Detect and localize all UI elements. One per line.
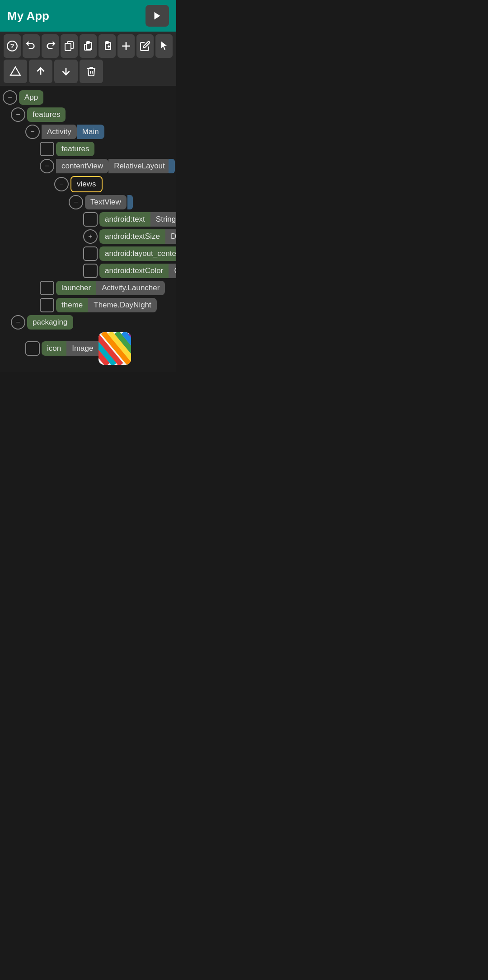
androidlayout-checkbox[interactable] [83,246,98,261]
app-label[interactable]: App [19,90,43,105]
theme-checkbox[interactable] [40,298,54,312]
main-label: Main [77,125,104,139]
app-row: App [3,90,174,105]
icon-checkbox[interactable] [25,341,40,356]
contentview-pair[interactable]: contentView RelativeLayout [56,159,175,173]
theme-row: theme Theme.DayNight [40,298,174,312]
tree-view: App features Activity Main features cont… [0,86,176,372]
features-row: features [11,107,174,122]
launcher-label: launcher [56,281,96,295]
toolbar-row-2 [4,60,173,83]
androidtextsize-pair[interactable]: android:textSize Dimensio [99,229,176,244]
androidtextcolor-row: android:textColor Color [83,264,174,278]
move-up-button[interactable] [29,60,52,83]
theme-pair[interactable]: theme Theme.DayNight [56,298,157,312]
androidtextcolor-pair[interactable]: android:textColor Color [99,264,176,278]
features-label[interactable]: features [27,107,66,122]
contentview-label: contentView [56,159,108,173]
launcher-row: launcher Activity.Launcher [40,281,174,295]
features-child-label[interactable]: features [56,142,94,156]
textview-label[interactable]: TextView [85,195,127,209]
paste-button[interactable] [80,34,97,58]
views-label[interactable]: views [70,176,103,192]
relativelayout-dot [169,159,175,173]
toolbar: ? [0,32,176,86]
views-row: views [54,176,174,192]
theme-label: theme [56,298,88,312]
play-button[interactable] [145,5,169,27]
icon-pair[interactable]: icon Image [42,332,131,365]
svg-marker-0 [155,12,160,20]
activity-label: Activity [42,125,77,139]
add-button[interactable] [117,34,135,58]
app-toggle[interactable] [3,90,17,105]
dimension-label: Dimensio [165,229,176,244]
svg-rect-4 [65,43,71,51]
shape-button[interactable] [4,60,27,83]
app-title: My App [7,9,49,23]
activity-main-row: Activity Main [25,125,174,139]
svg-text:?: ? [10,42,14,50]
move-down-button[interactable] [54,60,78,83]
paste-add-button[interactable] [99,34,116,58]
app-header: My App [0,0,176,32]
icon-label: icon [42,341,66,356]
androidlayout-label[interactable]: android:layout_centerInPare [99,246,176,261]
features-child-row: features [40,142,174,156]
help-button[interactable]: ? [4,34,21,58]
androidtext-checkbox[interactable] [83,212,98,227]
icon-image-preview [99,332,131,365]
string-label: String [150,212,176,227]
color-label: Color [169,264,176,278]
icon-row: icon Image [25,332,174,365]
relativelayout-label: RelativeLayout [108,159,170,173]
androidtextcolor-label: android:textColor [99,264,169,278]
androidtextcolor-checkbox[interactable] [83,264,98,278]
androidtext-pair[interactable]: android:text String Hello [99,212,176,227]
launcher-checkbox[interactable] [40,281,54,295]
svg-marker-13 [10,67,20,75]
contentview-row: contentView RelativeLayout [40,159,174,173]
redo-button[interactable] [42,34,59,58]
androidtext-row: android:text String Hello [83,212,174,227]
delete-button[interactable] [80,60,103,83]
packaging-label[interactable]: packaging [27,315,73,330]
textview-toggle[interactable] [69,195,83,209]
views-toggle[interactable] [54,177,69,191]
launcher-pair[interactable]: launcher Activity.Launcher [56,281,165,295]
androidtext-label: android:text [99,212,150,227]
features-child-checkbox[interactable] [40,142,54,156]
contentview-toggle[interactable] [40,159,54,173]
activity-toggle[interactable] [25,125,40,139]
activity-main-pair[interactable]: Activity Main [42,125,104,139]
textview-row: TextView [69,195,174,209]
image-label: Image [66,341,99,356]
textview-dot [127,195,133,209]
toolbar-row-1: ? [4,34,173,58]
androidtextsize-row: android:textSize Dimensio [83,229,174,244]
androidlayout-row: android:layout_centerInPare [83,246,174,261]
packaging-row: packaging [11,315,174,330]
edit-button[interactable] [136,34,154,58]
undo-button[interactable] [23,34,40,58]
androidtextsize-toggle[interactable] [83,229,98,244]
activitylauncher-label: Activity.Launcher [96,281,165,295]
androidtextsize-label: android:textSize [99,229,165,244]
pointer-button[interactable] [155,34,173,58]
features-toggle[interactable] [11,107,25,122]
themedaynight-label: Theme.DayNight [88,298,157,312]
packaging-toggle[interactable] [11,315,25,330]
copy-button[interactable] [61,34,78,58]
